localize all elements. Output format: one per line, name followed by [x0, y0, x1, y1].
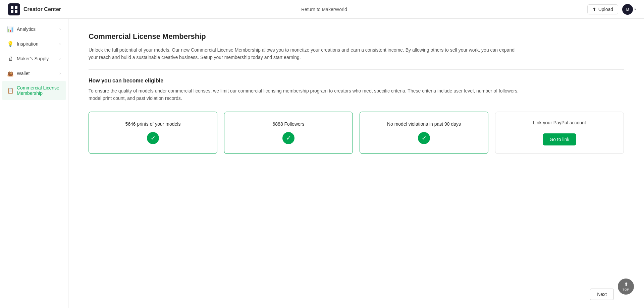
check-icon: ✓ [282, 132, 294, 144]
sidebar-item-wallet[interactable]: 👜 Wallet › [2, 66, 66, 80]
check-icon: ✓ [147, 132, 159, 144]
main-content: Commercial License Membership Unlock the… [68, 19, 644, 308]
chevron-right-icon: › [59, 42, 61, 46]
card-followers: 6888 Followers✓ [224, 112, 353, 154]
card-label: 6888 Followers [273, 121, 305, 127]
sidebar-item-label: Maker's Supply [17, 56, 49, 61]
next-button[interactable]: Next [590, 289, 614, 300]
divider [89, 69, 624, 70]
svg-rect-3 [15, 10, 17, 13]
sidebar-item-commercial-license[interactable]: 📋 Commercial License Membership [2, 81, 66, 100]
page-desc: Unlock the full potential of your models… [89, 46, 525, 61]
header: Creator Center Return to MakerWorld ⬆ Up… [0, 0, 644, 19]
sidebar-item-label: Inspiration [17, 41, 39, 47]
eligibility-desc: To ensure the quality of models under co… [89, 87, 525, 102]
sidebar-wallet-icon: 👜 [7, 70, 13, 76]
avatar[interactable]: B [622, 4, 633, 15]
header-right: ⬆ Upload B ▾ [587, 4, 636, 15]
logo-icon [8, 3, 20, 15]
sidebar-item-left: 💡 Inspiration [7, 41, 39, 47]
sidebar-inspiration-icon: 💡 [7, 41, 13, 47]
sidebar-item-label: Analytics [17, 26, 36, 32]
upload-label: Upload [598, 7, 613, 12]
card-label: 5646 prints of your models [125, 121, 181, 127]
sidebar-item-analytics[interactable]: 📊 Analytics › [2, 22, 66, 36]
sidebar-item-label: Commercial License Membership [17, 85, 61, 96]
sidebar-item-left: 👜 Wallet [7, 70, 30, 76]
sidebar-analytics-icon: 📊 [7, 26, 13, 32]
scroll-up-icon: ⬆ [624, 282, 628, 287]
eligibility-title: How you can become eligible [89, 78, 624, 84]
sidebar-item-label: Wallet [17, 71, 30, 76]
svg-rect-0 [11, 6, 13, 9]
sidebar-item-left: 📋 Commercial License Membership [7, 85, 61, 96]
go-to-link-button[interactable]: Go to link [543, 133, 576, 145]
avatar-wrapper[interactable]: B ▾ [622, 4, 636, 15]
sidebar-item-makers-supply[interactable]: 🖨 Maker's Supply › [2, 52, 66, 66]
sidebar-makers-supply-icon: 🖨 [7, 56, 13, 62]
svg-rect-2 [11, 10, 13, 13]
chevron-right-icon: › [59, 56, 61, 61]
sidebar: 📊 Analytics › 💡 Inspiration › 🖨 Maker's … [0, 19, 68, 308]
upload-icon: ⬆ [592, 7, 596, 12]
sidebar-item-inspiration[interactable]: 💡 Inspiration › [2, 37, 66, 51]
header-left: Creator Center [8, 3, 61, 15]
svg-rect-1 [15, 6, 17, 9]
upload-button[interactable]: ⬆ Upload [587, 4, 618, 14]
card-paypal: Link your PayPal accountGo to link [495, 112, 624, 154]
chevron-right-icon: › [59, 27, 61, 32]
check-icon: ✓ [418, 132, 430, 144]
sidebar-commercial-license-icon: 📋 [7, 87, 13, 94]
sidebar-item-left: 📊 Analytics [7, 26, 36, 32]
header-title: Creator Center [23, 6, 61, 12]
card-violations: No model violations in past 90 days✓ [360, 112, 488, 154]
sidebar-item-left: 🖨 Maker's Supply [7, 56, 49, 62]
card-label: No model violations in past 90 days [387, 121, 461, 127]
card-prints: 5646 prints of your models✓ [89, 112, 217, 154]
page-title: Commercial License Membership [89, 32, 624, 41]
avatar-chevron-icon: ▾ [634, 7, 636, 11]
app-body: 📊 Analytics › 💡 Inspiration › 🖨 Maker's … [0, 19, 644, 308]
scroll-top-label: TOP [623, 288, 629, 291]
cards-row: 5646 prints of your models✓6888 Follower… [89, 112, 624, 154]
chevron-right-icon: › [59, 71, 61, 76]
card-label: Link your PayPal account [533, 120, 586, 125]
nav-link[interactable]: Return to MakerWorld [301, 7, 347, 12]
avatar-initial: B [626, 7, 629, 12]
scroll-to-top-button[interactable]: ⬆ TOP [618, 279, 634, 295]
